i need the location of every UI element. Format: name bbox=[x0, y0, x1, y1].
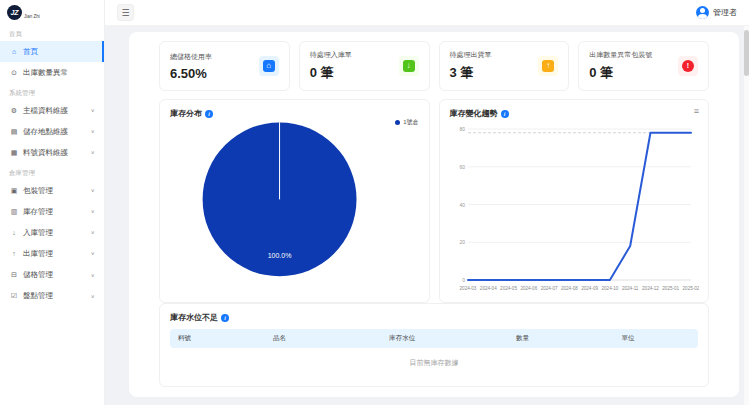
svg-text:20: 20 bbox=[459, 239, 465, 245]
sidebar-item-出庫數量異常[interactable]: ⊙出庫數量異常 bbox=[0, 62, 104, 83]
sidebar-item-儲格管理[interactable]: ⊟儲格管理∨ bbox=[0, 264, 104, 285]
chevron-down-icon: ∨ bbox=[91, 209, 95, 215]
svg-text:40: 40 bbox=[459, 202, 465, 208]
package-icon: ▣ bbox=[10, 187, 18, 195]
user-label: 管理者 bbox=[713, 7, 737, 18]
svg-text:2024-11: 2024-11 bbox=[621, 286, 638, 291]
sidebar-item-label: 出庫管理 bbox=[23, 249, 53, 259]
stat-text: 待處理入庫單0 筆 bbox=[310, 50, 352, 82]
nav-section-label: 系統管理 bbox=[0, 83, 104, 100]
svg-text:100.0%: 100.0% bbox=[268, 252, 292, 259]
table-header-料號: 料號 bbox=[170, 329, 265, 348]
info-icon[interactable] bbox=[205, 110, 213, 118]
storage-usage-icon: ⌂ bbox=[259, 56, 279, 76]
sidebar-item-label: 入庫管理 bbox=[23, 228, 53, 238]
svg-text:2024-10: 2024-10 bbox=[601, 286, 618, 291]
table-header-庫存水位: 庫存水位 bbox=[381, 329, 508, 348]
svg-text:2024-05: 2024-05 bbox=[500, 286, 517, 291]
abnormal-alert-icon: ! bbox=[678, 56, 698, 76]
sidebar-item-儲存地點維護[interactable]: ▤儲存地點維護∨ bbox=[0, 121, 104, 142]
stat-card: 待處理入庫單0 筆↓ bbox=[299, 41, 430, 91]
stat-glyph: ↓ bbox=[403, 60, 415, 72]
sidebar-item-盤點管理[interactable]: ☑盤點管理∨ bbox=[0, 285, 104, 306]
info-icon[interactable] bbox=[501, 110, 509, 118]
svg-text:2025-01: 2025-01 bbox=[662, 286, 679, 291]
sidebar-item-label: 出庫數量異常 bbox=[23, 68, 68, 78]
scrollbar-thumb[interactable] bbox=[744, 30, 749, 76]
table-header-row: 料號品名庫存水位數量單位 bbox=[170, 329, 698, 348]
truck-icon: ⊟ bbox=[10, 271, 18, 279]
stat-title: 出庫數量異常包裝號 bbox=[589, 50, 652, 60]
charts-row: 庫存分布 1號倉 100.0% 庫存變化趨勢 ≡ bbox=[159, 99, 709, 295]
stat-value: 3 筆 bbox=[450, 64, 492, 82]
chevron-down-icon: ∨ bbox=[91, 129, 95, 135]
sidebar-item-料號資料維護[interactable]: ▦料號資料維護∨ bbox=[0, 142, 104, 163]
chevron-down-icon: ∨ bbox=[91, 108, 95, 114]
dashboard-panel: 總儲格使用率6.50%⌂待處理入庫單0 筆↓待處理出貨單3 筆↑出庫數量異常包裝… bbox=[129, 32, 739, 397]
sidebar-item-包裝管理[interactable]: ▣包裝管理∨ bbox=[0, 180, 104, 201]
low-stock-title: 庫存水位不足 bbox=[170, 312, 698, 323]
sidebar-item-label: 包裝管理 bbox=[23, 186, 53, 196]
svg-text:2024-06: 2024-06 bbox=[520, 286, 537, 291]
sidebar-item-出庫管理[interactable]: ↑出庫管理∨ bbox=[0, 243, 104, 264]
sidebar-collapse-button[interactable]: ☰ bbox=[117, 4, 134, 21]
stat-card: 待處理出貨單3 筆↑ bbox=[439, 41, 570, 91]
sidebar-item-label: 主檔資料維護 bbox=[23, 106, 68, 116]
user-menu[interactable]: 管理者 bbox=[696, 6, 737, 19]
stat-glyph: ⌂ bbox=[263, 60, 275, 72]
stat-card: 總儲格使用率6.50%⌂ bbox=[159, 41, 290, 91]
low-stock-card: 庫存水位不足 料號品名庫存水位數量單位 目前無庫存數據 bbox=[159, 303, 709, 387]
nav-section-label: 首頁 bbox=[0, 24, 104, 41]
topbar: ☰ 管理者 bbox=[105, 0, 749, 26]
stats-row: 總儲格使用率6.50%⌂待處理入庫單0 筆↓待處理出貨單3 筆↑出庫數量異常包裝… bbox=[159, 41, 709, 91]
sidebar-item-首頁[interactable]: ⌂首頁 bbox=[0, 41, 104, 62]
logo-icon: JZ bbox=[7, 5, 22, 20]
chevron-down-icon: ∨ bbox=[91, 272, 95, 278]
sidebar-item-label: 料號資料維護 bbox=[23, 148, 68, 158]
trend-chart-title-text: 庫存變化趨勢 bbox=[450, 108, 498, 119]
sidebar-item-label: 儲存地點維護 bbox=[23, 127, 68, 137]
inventory-icon: ▥ bbox=[10, 208, 18, 216]
chevron-down-icon: ∨ bbox=[91, 251, 95, 257]
pie-chart[interactable]: 100.0% bbox=[170, 119, 419, 298]
pie-chart-card: 庫存分布 1號倉 100.0% bbox=[159, 99, 430, 303]
app-logo: JZ Jian Zhi bbox=[0, 0, 104, 24]
stat-glyph: ↑ bbox=[542, 60, 554, 72]
inbound-pending-icon: ↓ bbox=[399, 56, 419, 76]
stat-title: 待處理出貨單 bbox=[450, 50, 492, 60]
table-header-單位: 單位 bbox=[614, 329, 699, 348]
stat-value: 0 筆 bbox=[310, 64, 352, 82]
chevron-down-icon: ∨ bbox=[91, 150, 95, 156]
qr-code-icon: ▦ bbox=[10, 149, 18, 157]
sidebar-item-主檔資料維護[interactable]: ⚙主檔資料維護∨ bbox=[0, 100, 104, 121]
chart-menu-icon[interactable]: ≡ bbox=[694, 107, 699, 115]
table-header-品名: 品名 bbox=[265, 329, 381, 348]
sidebar-item-庫存管理[interactable]: ▥庫存管理∨ bbox=[0, 201, 104, 222]
page-scrollbar[interactable] bbox=[744, 26, 749, 405]
chevron-down-icon: ∨ bbox=[91, 293, 95, 299]
sidebar-item-入庫管理[interactable]: ↓入庫管理∨ bbox=[0, 222, 104, 243]
gear-icon: ⚙ bbox=[10, 107, 18, 115]
pie-chart-title-text: 庫存分布 bbox=[170, 108, 202, 119]
svg-text:2024-09: 2024-09 bbox=[581, 286, 598, 291]
chevron-down-icon: ∨ bbox=[91, 230, 95, 236]
info-icon[interactable] bbox=[221, 314, 229, 322]
trend-chart[interactable]: 0204060802024-032024-042024-052024-06202… bbox=[450, 119, 699, 298]
stat-card: 出庫數量異常包裝號0 筆! bbox=[578, 41, 709, 91]
pie-chart-title: 庫存分布 bbox=[170, 108, 419, 119]
trend-chart-title: 庫存變化趨勢 bbox=[450, 108, 699, 119]
stat-value: 6.50% bbox=[170, 66, 212, 81]
stat-text: 待處理出貨單3 筆 bbox=[450, 50, 492, 82]
inbound-arrow-icon: ↓ bbox=[10, 229, 18, 236]
stocktake-check-icon: ☑ bbox=[10, 292, 18, 300]
logo-text: Jian Zhi bbox=[24, 14, 40, 20]
sidebar-item-label: 庫存管理 bbox=[23, 207, 53, 217]
sidebar-item-label: 盤點管理 bbox=[23, 291, 53, 301]
stat-text: 總儲格使用率6.50% bbox=[170, 52, 212, 81]
low-stock-table: 料號品名庫存水位數量單位 bbox=[170, 329, 698, 348]
svg-text:2024-03: 2024-03 bbox=[459, 286, 476, 291]
home-icon: ⌂ bbox=[10, 48, 18, 55]
svg-text:2024-07: 2024-07 bbox=[540, 286, 557, 291]
building-icon: ▤ bbox=[10, 128, 18, 136]
sidebar: JZ Jian Zhi 首頁⌂首頁⊙出庫數量異常系統管理⚙主檔資料維護∨▤儲存地… bbox=[0, 0, 105, 405]
